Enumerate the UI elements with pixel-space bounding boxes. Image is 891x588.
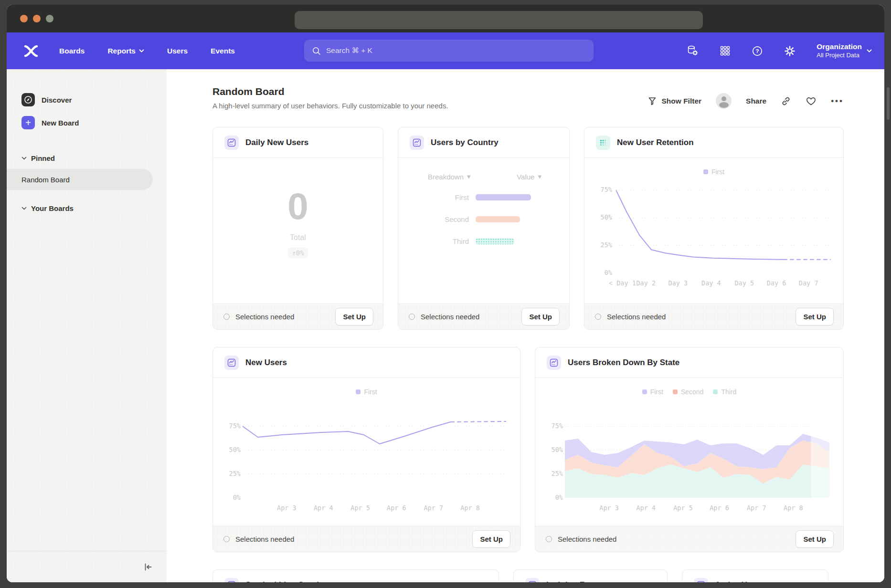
card-new-users[interactable]: New Users First 75%50%25%0% Apr 3Apr 4Ap… [212, 347, 520, 552]
status-text: Selections needed [235, 535, 467, 543]
nav-item-reports-label: Reports [107, 47, 136, 55]
copy-link-icon[interactable] [781, 96, 791, 106]
set-up-button[interactable]: Set Up [796, 308, 834, 326]
retention-line-chart [616, 182, 831, 273]
chevron-down-icon [21, 207, 27, 210]
card-footer: Selections needed Set Up [213, 526, 520, 552]
nav-item-users[interactable]: Users [167, 47, 188, 55]
address-bar[interactable] [295, 11, 703, 29]
status-text: Selections needed [558, 535, 790, 543]
nav-item-events-label: Events [211, 47, 235, 55]
card-header: New Users [213, 347, 520, 378]
nav-item-reports[interactable]: Reports [107, 47, 144, 55]
card-users-by-country[interactable]: Users by Country Breakdown▾ Value▾ First… [398, 127, 570, 330]
metric-delta-badge: ↑0% [288, 248, 308, 258]
nav-item-users-label: Users [167, 47, 188, 55]
filter-funnel-icon [647, 96, 657, 106]
bar-label: Second [398, 215, 469, 223]
card-header: Stacked Line Graph [213, 570, 499, 582]
card-footer: Selections needed Set Up [584, 304, 843, 329]
new-users-line-chart [243, 402, 506, 498]
close-window-button[interactable] [20, 15, 28, 22]
sidebar-item-random-board[interactable]: Random Board [7, 169, 153, 190]
card-active-users[interactable]: Active Users [682, 569, 828, 582]
sidebar-section-your-boards[interactable]: Your Boards [7, 202, 167, 214]
show-filter-button[interactable]: Show Filter [647, 96, 702, 106]
traffic-lights [20, 15, 53, 22]
status-circle-icon [223, 314, 230, 320]
dropdown-caret-icon: ▾ [467, 172, 471, 181]
board-actions: Show Filter Share ••• [647, 93, 844, 109]
card-body: First 75%50%25%0% Apr 3Apr 4Apr 5Apr 6Ap… [213, 378, 520, 526]
nav-item-boards[interactable]: Boards [59, 47, 85, 55]
favorite-heart-icon[interactable] [806, 95, 817, 106]
sidebar-section-pinned[interactable]: Pinned [7, 152, 167, 164]
mixpanel-logo-icon[interactable] [23, 45, 39, 57]
card-body: FirstSecondThird 75%50%25%0% Apr 3Apr 4A… [535, 378, 843, 526]
card-new-user-retention[interactable]: New User Retention First 75%50%25%0% < D… [584, 127, 844, 330]
line-chart-icon [694, 578, 708, 583]
card-header: Users Broken Down By State [535, 347, 843, 378]
bar [476, 216, 520, 222]
card-stacked-line-graph[interactable]: Stacked Line Graph [212, 569, 499, 582]
chart-legend: FirstSecondThird [535, 388, 843, 396]
y-axis-labels: 75%50%25%0% [218, 402, 241, 498]
card-daily-new-users[interactable]: Daily New Users 0 Total ↑0% Selections n… [212, 127, 383, 330]
card-body: Breakdown▾ Value▾ FirstSecondThird [398, 158, 569, 304]
org-text: Organization All Project Data [817, 42, 862, 59]
sidebar-item-new-board[interactable]: + New Board [7, 111, 167, 134]
card-body: First 75%50%25%0% < Day 1Day 2Day 3Day 4… [584, 158, 843, 304]
card-header: Daily New Users [213, 127, 383, 158]
legend-item: First [703, 168, 724, 176]
share-button[interactable]: Share [746, 97, 766, 105]
card-title: Active Users [715, 580, 764, 583]
sidebar-item-discover[interactable]: Discover [7, 88, 167, 111]
chevron-down-icon [867, 49, 872, 52]
card-users-by-state[interactable]: Users Broken Down By State FirstSecondTh… [535, 347, 844, 552]
top-navbar: Boards Reports Users Events Search ⌘ + K [7, 32, 884, 69]
data-management-icon[interactable] [687, 45, 699, 57]
set-up-button[interactable]: Set Up [796, 530, 834, 548]
minimize-window-button[interactable] [33, 15, 41, 22]
apps-grid-icon[interactable] [720, 45, 731, 56]
metric-label: Total [213, 233, 383, 242]
status-circle-icon [409, 314, 415, 320]
line-chart-icon [525, 578, 540, 583]
bar-label: First [398, 193, 469, 201]
chart-legend: First [584, 168, 843, 176]
avatar[interactable] [716, 93, 732, 109]
plus-icon: + [21, 116, 35, 129]
status-circle-icon [223, 536, 230, 542]
page-scrollbar-thumb[interactable] [887, 87, 890, 120]
set-up-button[interactable]: Set Up [521, 308, 560, 326]
search-input[interactable]: Search ⌘ + K [304, 40, 594, 62]
browser-titlebar [7, 5, 884, 32]
set-up-button[interactable]: Set Up [472, 530, 510, 548]
status-circle-icon [595, 314, 601, 320]
new-users-chart: 75%50%25%0% Apr 3Apr 4Apr 5Apr 6Apr 7Apr… [243, 402, 507, 513]
settings-gear-icon[interactable] [784, 45, 796, 57]
nav-item-events[interactable]: Events [211, 47, 235, 55]
help-icon[interactable]: ? [752, 45, 763, 57]
country-bar-rows: FirstSecondThird [398, 193, 569, 245]
board-main: Random Board A high-level summary of use… [167, 69, 884, 582]
status-circle-icon [546, 536, 552, 542]
collapse-sidebar-icon[interactable] [143, 562, 153, 572]
card-insights-report[interactable]: Insights Report [513, 569, 668, 582]
metric-value: 0 [213, 188, 383, 225]
retention-chart: 75%50%25%0% < Day 1Day 2Day 3Day 4Day 5D… [616, 182, 830, 288]
zoom-window-button[interactable] [46, 15, 53, 22]
value-dropdown[interactable]: Value▾ [517, 172, 541, 181]
x-axis-labels: < Day 1Day 2Day 3Day 4Day 5Day 6Day 7 [616, 279, 830, 288]
card-body: 0 Total ↑0% [213, 158, 383, 304]
card-title: New Users [245, 358, 287, 368]
sidebar: Discover + New Board Pinned Random Board… [7, 69, 167, 582]
card-title: Stacked Line Graph [245, 580, 322, 583]
status-text: Selections needed [607, 313, 790, 321]
set-up-button[interactable]: Set Up [335, 308, 373, 326]
more-options-icon[interactable]: ••• [831, 96, 844, 106]
org-project-switcher[interactable]: Organization All Project Data [817, 42, 872, 59]
country-bar-row: Second [398, 215, 569, 223]
x-axis-labels: Apr 3Apr 4Apr 5Apr 6Apr 7Apr 8 [243, 504, 507, 513]
breakdown-dropdown[interactable]: Breakdown▾ [428, 172, 471, 181]
